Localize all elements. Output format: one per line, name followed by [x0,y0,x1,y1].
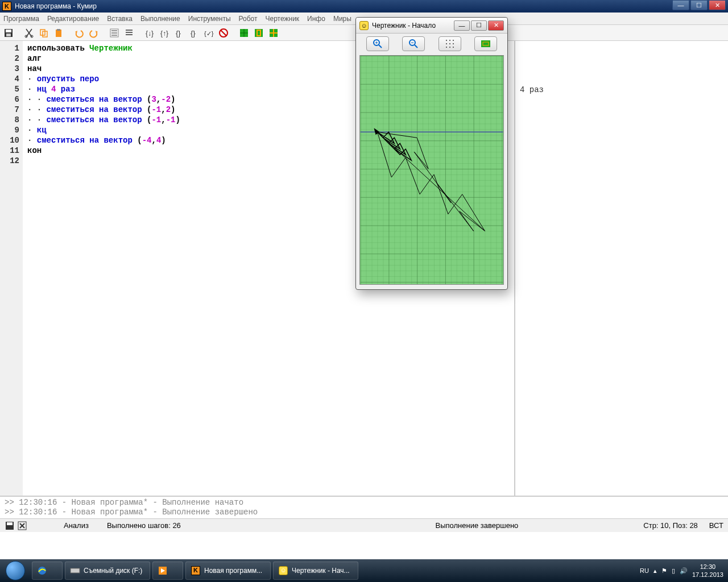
close-button[interactable]: ✕ [709,0,726,10]
zoom-out-icon[interactable] [402,36,425,51]
svg-rect-42 [361,56,503,284]
tray-sound-icon[interactable]: 🔊 [680,567,688,575]
menu-edit[interactable]: Редактирование [47,15,99,23]
svg-text:{✓}: {✓} [204,30,214,37]
save-icon[interactable] [2,27,15,39]
menu-insert[interactable]: Вставка [107,15,133,23]
windows-taskbar: Съемный диск (F:) K Новая программ... ☺ … [0,559,728,582]
side-panel: 4 раз [515,41,728,496]
task-media[interactable] [152,562,183,580]
menu-run[interactable]: Выполнение [140,15,180,23]
drafter-canvas[interactable] [359,55,504,285]
task-drafter[interactable]: ☺ Чертежник - Нач... [273,562,358,580]
svg-rect-2 [6,34,11,36]
lines-icon[interactable] [123,27,135,39]
app-icon: K [2,2,11,11]
check-brackets-icon[interactable]: {✓} [202,27,215,39]
svg-point-34 [453,43,454,44]
window-title: Новая программа - Кумир [15,2,97,10]
redo-icon[interactable] [88,27,100,39]
output-console: >> 12:30:16 - Новая программа* - Выполне… [0,496,728,518]
grid-frame-icon[interactable] [253,27,265,39]
side-output: 4 раз [520,85,723,94]
tray-lang[interactable]: RU [640,567,649,574]
svg-rect-24 [71,568,80,573]
status-done: Выполнение завершено [436,521,519,530]
svg-point-36 [449,47,450,48]
task-kumir[interactable]: K Новая программ... [185,562,271,580]
menu-tools[interactable]: Инструменты [188,15,231,23]
stop-icon[interactable] [217,27,230,39]
svg-text:{}: {} [176,29,181,38]
drafter-maximize-button[interactable]: ☐ [471,20,487,31]
run-icon[interactable]: {} [173,27,185,39]
svg-point-35 [446,47,447,48]
menu-robot[interactable]: Робот [239,15,258,23]
undo-icon[interactable] [73,27,85,39]
step-in-icon[interactable]: {↓} [143,27,156,39]
status-analysis: Анализ [64,521,89,530]
grid-green-icon[interactable] [238,27,250,39]
ie-icon [37,566,47,576]
status-steps: Выполнено шагов: 26 [107,521,181,530]
menu-worlds[interactable]: Миры [333,15,351,23]
drafter-toolbar [356,34,507,54]
drafter-titlebar[interactable]: ☺ Чертежник - Начало — ☐ ✕ [356,18,507,34]
grid-quad-icon[interactable] [267,27,280,39]
menu-drafter[interactable]: Чертежник [266,15,300,23]
fit-view-icon[interactable] [474,36,497,51]
tray-arrow-icon[interactable]: ▴ [653,567,657,575]
svg-rect-38 [481,40,490,47]
statusbar: Анализ Выполнено шагов: 26 Выполнение за… [0,518,728,532]
grid-dots-icon[interactable] [439,36,461,51]
svg-rect-1 [6,30,11,32]
system-tray: RU ▴ ⚑ ▯ 🔊 12:30 17.12.2013 [635,563,728,579]
drafter-icon: ☺ [359,21,369,30]
svg-text:{↓}: {↓} [146,30,154,38]
svg-rect-8 [57,29,60,31]
line-gutter: 123456789101112 [0,41,23,496]
copy-icon[interactable] [38,27,50,39]
run-alt-icon[interactable]: {} [188,27,200,39]
drafter-minimize-button[interactable]: — [454,20,470,31]
cut-icon[interactable] [23,27,35,39]
svg-text:{↑}: {↑} [160,30,168,38]
zoom-in-icon[interactable] [366,36,389,51]
paste-icon[interactable] [52,27,65,39]
console-line: >> 12:30:16 - Новая программа* - Выполне… [5,498,723,508]
drive-icon [70,566,80,576]
status-cursor: Стр: 10, Поз: 28 [643,521,698,530]
svg-text:{}: {} [191,29,196,38]
step-out-icon[interactable]: {↑} [158,27,171,39]
window-titlebar: K Новая программа - Кумир — ☐ ✕ [0,0,728,13]
tray-battery-icon[interactable]: ▯ [672,567,675,575]
media-icon [158,566,168,576]
status-save-icon[interactable] [5,521,15,531]
task-removable-disk[interactable]: Съемный диск (F:) [65,562,150,580]
start-button[interactable] [0,559,31,582]
svg-point-31 [453,40,454,41]
windows-orb-icon [6,561,25,580]
drafter-task-icon: ☺ [278,566,288,576]
svg-point-29 [446,40,447,41]
status-close-icon[interactable] [17,521,27,531]
svg-point-37 [453,47,454,48]
drafter-title-text: Чертежник - Начало [372,22,436,30]
menu-program[interactable]: Программа [3,15,39,23]
svg-point-30 [449,40,450,41]
task-ie[interactable] [32,562,63,580]
drafter-close-button[interactable]: ✕ [488,20,504,31]
status-insert: ВСТ [709,521,723,530]
drafter-window[interactable]: ☺ Чертежник - Начало — ☐ ✕ [355,17,508,290]
svg-point-32 [446,43,447,44]
tray-clock[interactable]: 12:30 17.12.2013 [692,563,723,579]
svg-point-33 [449,43,450,44]
maximize-button[interactable]: ☐ [690,0,708,10]
algorithm-icon[interactable] [108,27,121,39]
minimize-button[interactable]: — [672,0,689,10]
console-line: >> 12:30:16 - Новая программа* - Выполне… [5,508,723,517]
menu-info[interactable]: Инфо [307,15,325,23]
tray-flag-icon[interactable]: ⚑ [661,567,667,575]
svg-rect-21 [7,522,13,525]
kumir-icon: K [191,566,201,576]
